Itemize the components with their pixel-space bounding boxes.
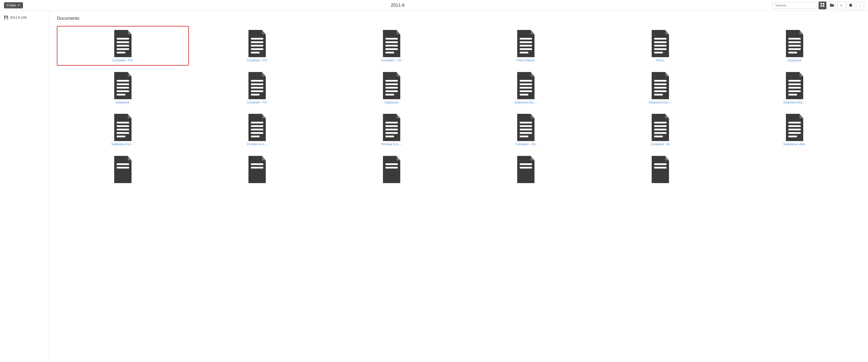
document-item[interactable]: Complaint - FG- (460, 110, 592, 149)
document-item[interactable]: Photo- (594, 26, 726, 65)
svg-rect-52 (520, 90, 532, 92)
svg-rect-41 (251, 87, 263, 89)
document-item[interactable] (594, 152, 726, 188)
document-item[interactable] (191, 152, 323, 188)
svg-rect-68 (117, 136, 125, 137)
svg-rect-31 (788, 45, 801, 47)
svg-rect-81 (520, 129, 532, 131)
document-label: Complaint - FG- (381, 59, 402, 63)
svg-rect-35 (117, 83, 129, 85)
document-item[interactable]: Complaint - FG- (191, 68, 323, 108)
add-button[interactable]: + (837, 1, 845, 9)
document-item[interactable]: Complaint - FG- (57, 26, 189, 65)
svg-rect-23 (520, 52, 528, 53)
svg-rect-59 (788, 80, 801, 82)
delete-button[interactable] (847, 1, 855, 9)
document-item[interactable]: Subpoena Duc...- (729, 68, 861, 108)
folder-button[interactable]: Folder ▼ (4, 2, 23, 8)
svg-rect-77 (385, 132, 398, 134)
svg-rect-22 (520, 48, 532, 50)
svg-rect-47 (385, 90, 398, 92)
svg-rect-4 (117, 38, 129, 39)
svg-rect-25 (654, 41, 666, 43)
document-label: Subpoena Duc...- (111, 142, 134, 146)
svg-rect-69 (251, 122, 263, 123)
grid-icon (820, 3, 825, 8)
svg-rect-72 (251, 132, 263, 134)
document-item[interactable] (460, 152, 592, 188)
more-options-button[interactable]: ⋮ (856, 1, 864, 9)
document-item[interactable]: Subpoena Letter- (729, 110, 861, 149)
svg-rect-6 (117, 45, 129, 47)
svg-rect-71 (251, 129, 263, 131)
document-label: Subpoena Duc...- (783, 101, 806, 105)
svg-rect-2 (820, 5, 822, 7)
svg-rect-28 (654, 52, 663, 53)
documents-grid: Complaint - FG- Complaint - FG- Complain… (57, 26, 861, 188)
svg-rect-8 (117, 52, 125, 53)
header-actions: + ⋮ (773, 1, 864, 9)
document-item[interactable]: Subpoena- (729, 26, 861, 65)
document-item[interactable]: Complaint - M- (594, 110, 726, 149)
svg-rect-18 (385, 52, 394, 53)
svg-rect-63 (788, 94, 797, 95)
svg-rect-17 (385, 48, 398, 50)
svg-rect-93 (788, 136, 797, 137)
document-label: Subpoena Duc...- (515, 101, 537, 105)
document-icon (380, 156, 403, 183)
svg-rect-53 (520, 94, 528, 95)
document-label: Promise to A...- (247, 142, 267, 146)
trash-icon (849, 3, 852, 8)
document-label: Complaint - M- (650, 142, 670, 146)
svg-rect-58 (654, 94, 663, 95)
document-item[interactable]: Subpoena- (57, 68, 189, 108)
svg-rect-99 (385, 167, 398, 168)
grid-view-button[interactable] (818, 1, 827, 9)
document-item[interactable] (326, 152, 458, 188)
document-item[interactable]: Promise to A...- (191, 110, 323, 149)
document-item[interactable]: Complaint - FG- (191, 26, 323, 65)
folder-view-button[interactable] (828, 1, 836, 9)
svg-rect-38 (117, 94, 125, 95)
document-item[interactable]: Complaint - FG- (326, 26, 458, 65)
svg-rect-5 (117, 41, 129, 43)
svg-rect-79 (520, 122, 532, 123)
document-item[interactable]: Police Report- (460, 26, 592, 65)
svg-rect-32 (788, 48, 801, 50)
drive-icon: 💾 (4, 15, 8, 19)
svg-rect-24 (654, 38, 666, 39)
document-item[interactable] (57, 152, 189, 188)
document-icon (112, 156, 134, 183)
svg-rect-30 (788, 41, 801, 43)
document-icon (380, 72, 403, 99)
document-icon (246, 30, 268, 57)
document-icon (649, 72, 672, 99)
svg-rect-44 (385, 80, 398, 82)
svg-rect-98 (385, 163, 398, 165)
document-label: Complaint - FG- (516, 142, 536, 146)
document-item[interactable]: Subpoena- (326, 68, 458, 108)
svg-rect-75 (385, 125, 398, 127)
svg-rect-39 (251, 80, 263, 82)
document-icon (515, 114, 537, 141)
svg-rect-46 (385, 87, 398, 89)
search-input[interactable] (773, 2, 817, 9)
svg-rect-40 (251, 83, 263, 85)
document-item[interactable]: Promise to A...- (326, 110, 458, 149)
document-item[interactable]: Subpoena Duc...- (594, 68, 726, 108)
document-label: Subpoena- (116, 101, 130, 105)
svg-rect-57 (654, 90, 666, 92)
svg-rect-37 (117, 90, 129, 92)
svg-rect-10 (251, 41, 263, 43)
sidebar-item-folder[interactable]: 💾 2011-6 (29) (0, 14, 49, 21)
svg-rect-84 (654, 122, 666, 123)
document-label: Complaint - FG- (247, 59, 268, 63)
svg-rect-74 (385, 122, 398, 123)
document-item[interactable]: Subpoena Duc...- (460, 68, 592, 108)
svg-rect-65 (117, 125, 129, 127)
svg-rect-96 (251, 163, 263, 165)
document-icon (515, 72, 537, 99)
svg-rect-86 (654, 129, 666, 131)
document-item[interactable]: Subpoena Duc...- (57, 110, 189, 149)
svg-rect-19 (520, 38, 532, 39)
